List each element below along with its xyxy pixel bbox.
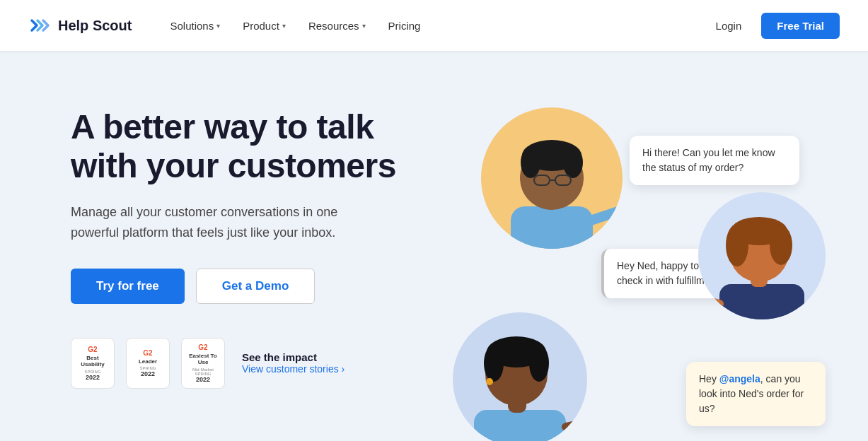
chat-bubble-1-text: Hi there! Can you let me know the status… bbox=[642, 147, 775, 173]
badge-leader: G2 Leader SPRING 2022 bbox=[126, 338, 170, 389]
logo-text: Help Scout bbox=[58, 18, 132, 34]
person2-avatar bbox=[698, 192, 826, 319]
badge-title: Best Usability bbox=[76, 355, 110, 368]
person2-illustration bbox=[698, 192, 826, 319]
main-nav: Solutions ▾ Product ▾ Resources ▾ Pricin… bbox=[160, 14, 707, 37]
nav-item-solutions[interactable]: Solutions ▾ bbox=[160, 14, 230, 37]
person1-avatar bbox=[481, 107, 623, 249]
nav-solutions-label: Solutions bbox=[170, 20, 214, 32]
badge-g2-label: G2 bbox=[198, 343, 207, 351]
chat-bubble-3-text-pre: Hey bbox=[699, 373, 719, 384]
navbar-right: Login Free Trial bbox=[707, 13, 840, 39]
logo-icon bbox=[28, 13, 52, 37]
svg-point-29 bbox=[529, 345, 549, 382]
person3-illustration bbox=[453, 312, 587, 441]
nav-pricing-label: Pricing bbox=[388, 20, 421, 32]
view-stories-link[interactable]: View customer stories › bbox=[242, 363, 345, 375]
impact-text: See the impact View customer stories › bbox=[242, 351, 345, 375]
svg-rect-2 bbox=[511, 206, 593, 249]
chevron-down-icon: ▾ bbox=[216, 22, 220, 30]
svg-rect-13 bbox=[719, 284, 804, 319]
try-for-free-button[interactable]: Try for free bbox=[71, 269, 185, 304]
svg-point-6 bbox=[563, 147, 583, 178]
hero-illustration: Hi there! Can you let me know the status… bbox=[424, 93, 826, 441]
chat-bubble-1: Hi there! Can you let me know the status… bbox=[630, 136, 799, 185]
svg-rect-22 bbox=[474, 410, 566, 441]
badge-g2-label: G2 bbox=[143, 349, 152, 357]
badge-g2-label: G2 bbox=[88, 346, 97, 353]
hero-section: A better way to talk with your customers… bbox=[0, 51, 868, 441]
hero-buttons: Try for free Get a Demo bbox=[71, 269, 439, 304]
nav-product-label: Product bbox=[243, 20, 279, 32]
chat-mention: @angela bbox=[719, 373, 760, 384]
chevron-down-icon: ▾ bbox=[362, 22, 366, 30]
badge-year: 2022 bbox=[141, 370, 155, 377]
logo-link[interactable]: Help Scout bbox=[28, 13, 132, 37]
svg-line-10 bbox=[591, 210, 623, 220]
badge-best-usability: G2 Best Usability SPRING 2022 bbox=[71, 338, 115, 389]
login-button[interactable]: Login bbox=[707, 14, 751, 37]
badge-title: Leader bbox=[139, 358, 157, 365]
badge-title: Easiest To Use bbox=[186, 353, 220, 366]
free-trial-button[interactable]: Free Trial bbox=[761, 13, 840, 39]
person1-illustration bbox=[481, 107, 623, 249]
svg-point-11 bbox=[618, 203, 623, 214]
svg-point-28 bbox=[484, 345, 504, 382]
svg-point-19 bbox=[726, 224, 748, 266]
impact-title: See the impact bbox=[242, 351, 345, 363]
badge-year: 2022 bbox=[196, 376, 210, 383]
navbar: Help Scout Solutions ▾ Product ▾ Resourc… bbox=[0, 0, 868, 51]
nav-resources-label: Resources bbox=[308, 20, 359, 32]
badge-easiest-to-use: G2 Easiest To Use Mid-Market SPRING 2022 bbox=[181, 338, 225, 389]
hero-subtext: Manage all your customer conversations i… bbox=[71, 202, 368, 243]
badge-year: 2022 bbox=[86, 374, 100, 381]
nav-item-pricing[interactable]: Pricing bbox=[378, 14, 431, 37]
hero-headline: A better way to talk with your customers bbox=[71, 107, 439, 185]
svg-point-20 bbox=[770, 225, 792, 265]
svg-point-30 bbox=[486, 378, 493, 385]
chevron-down-icon: ▾ bbox=[282, 22, 286, 30]
hero-content: A better way to talk with your customers… bbox=[71, 93, 439, 389]
badge-season: Mid-Market SPRING bbox=[186, 368, 220, 376]
nav-item-product[interactable]: Product ▾ bbox=[233, 14, 296, 37]
svg-point-5 bbox=[521, 147, 540, 178]
badges-row: G2 Best Usability SPRING 2022 G2 Leader … bbox=[71, 338, 439, 389]
person3-avatar bbox=[453, 312, 587, 441]
chat-bubble-3: Hey @angela, can you look into Ned's ord… bbox=[686, 362, 826, 426]
nav-item-resources[interactable]: Resources ▾ bbox=[299, 14, 376, 37]
get-demo-button[interactable]: Get a Demo bbox=[196, 269, 315, 304]
svg-line-23 bbox=[566, 420, 587, 427]
